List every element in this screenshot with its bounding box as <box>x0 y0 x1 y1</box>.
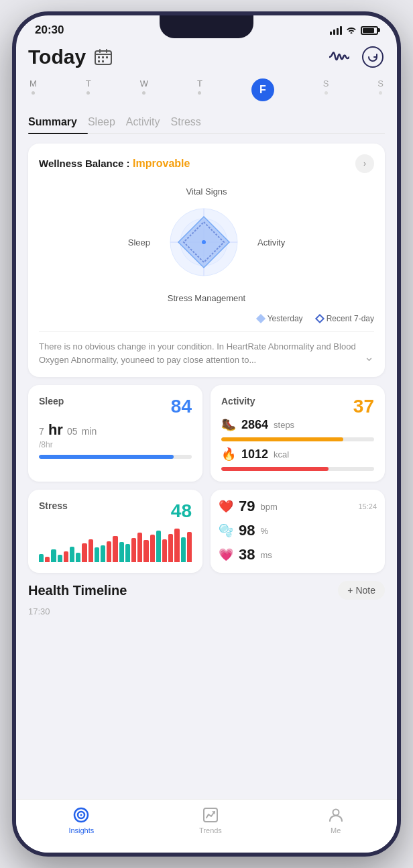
radar-left-label: Sleep <box>128 237 150 248</box>
recent-diamond <box>315 314 324 323</box>
bpm-value: 79 <box>239 498 255 515</box>
wellness-title: Wellness Balance : <box>39 158 130 169</box>
stress-bar <box>107 541 111 562</box>
activity-card: Activity 37 🥾 2864 steps 🔥 1012 kcal <box>211 385 385 482</box>
stress-bar <box>88 539 93 562</box>
steps-value: 2864 <box>241 418 268 432</box>
tab-stress[interactable]: Stress <box>171 111 212 133</box>
stress-bar <box>143 540 148 562</box>
header-actions <box>327 45 385 69</box>
svg-rect-1 <box>98 56 100 58</box>
me-label: Me <box>331 826 341 834</box>
signal-icon <box>330 25 342 35</box>
stress-heart-row: Stress 48 ❤️ 79 bpm 15:24 🫧 98 % <box>28 490 385 573</box>
wifi-icon <box>346 25 357 36</box>
svg-point-18 <box>333 810 339 816</box>
calories-progress-bar <box>221 467 374 471</box>
calendar-button[interactable] <box>91 45 115 69</box>
sleep-duration: 7 hr 05 min <box>39 421 192 439</box>
stress-bar <box>101 545 105 562</box>
bottom-nav: Insights Trends Me <box>16 799 397 853</box>
radar-middle: Sleep <box>128 202 285 282</box>
stress-bar <box>64 551 68 562</box>
radar-bottom-label: Stress Management <box>168 293 245 303</box>
stress-bar <box>39 554 44 563</box>
waveform-button[interactable] <box>327 45 351 69</box>
day-friday[interactable]: F <box>251 78 274 101</box>
stress-bar <box>150 535 155 562</box>
legend-recent: Recent 7-day <box>316 314 374 323</box>
nav-trends[interactable]: Trends <box>199 806 222 834</box>
sleep-activity-row: Sleep 84 7 hr 05 min /8hr Activity 37 <box>28 385 385 482</box>
stress-bar <box>187 532 192 562</box>
scroll-content[interactable]: Today <box>16 40 397 796</box>
spo2-row: 🫧 98 % <box>219 522 377 539</box>
hrv-value: 38 <box>239 546 255 563</box>
yesterday-diamond <box>256 314 266 323</box>
day-selector: M T W T F S S <box>28 76 385 111</box>
refresh-button[interactable] <box>361 45 385 69</box>
nav-insights[interactable]: Insights <box>68 806 94 834</box>
stress-chart <box>39 529 192 562</box>
wellness-expand-button[interactable]: › <box>355 154 374 173</box>
svg-point-16 <box>80 814 82 816</box>
main-tabs: Summary Sleep Activity Stress <box>28 111 385 134</box>
stress-bar <box>70 547 74 562</box>
svg-point-13 <box>202 240 206 244</box>
stress-bar <box>156 531 161 562</box>
svg-rect-2 <box>102 56 104 58</box>
steps-progress-fill <box>221 437 343 441</box>
calories-row: 🔥 1012 kcal <box>221 447 374 462</box>
day-sunday[interactable]: S <box>377 78 384 101</box>
svg-rect-4 <box>98 60 100 62</box>
stress-bar <box>168 534 173 562</box>
expand-text-button[interactable]: ⌄ <box>359 348 374 366</box>
stress-bar <box>174 529 179 562</box>
trends-icon <box>202 806 219 824</box>
calories-unit: kcal <box>274 449 289 459</box>
timeline-time: 17:30 <box>28 606 385 616</box>
stress-bar <box>131 538 136 562</box>
day-tuesday[interactable]: T <box>86 78 91 101</box>
status-icons <box>330 25 378 36</box>
hrv-unit: ms <box>260 550 272 560</box>
stress-bar <box>181 537 186 563</box>
sleep-progress-fill <box>39 455 174 459</box>
me-icon <box>327 806 345 824</box>
tab-summary[interactable]: Summary <box>28 111 88 133</box>
health-timeline-section: Health Timeline + Note 17:30 <box>28 581 385 627</box>
stress-bar <box>76 553 80 562</box>
wellness-title-area: Wellness Balance : Improvable <box>39 158 190 170</box>
hrv-icon: 💗 <box>219 547 233 562</box>
stress-title: Stress <box>39 500 68 511</box>
bpm-unit: bpm <box>260 502 277 512</box>
stress-bar <box>45 557 50 562</box>
page-title: Today <box>28 45 115 69</box>
tab-sleep[interactable]: Sleep <box>88 111 126 133</box>
insights-label: Insights <box>68 826 94 834</box>
heart-bpm-icon: ❤️ <box>219 499 233 514</box>
nav-me[interactable]: Me <box>327 806 345 834</box>
day-saturday[interactable]: S <box>323 78 329 101</box>
wellness-description: There is no obvious change in your condi… <box>39 331 374 366</box>
day-monday[interactable]: M <box>30 78 37 101</box>
spo2-unit: % <box>260 526 268 536</box>
hrv-row: 💗 38 ms <box>219 546 377 563</box>
calories-value: 1012 <box>241 447 268 462</box>
note-button[interactable]: + Note <box>338 581 385 600</box>
radar-chart: Vital Signs Sleep <box>39 181 374 309</box>
tab-activity[interactable]: Activity <box>126 111 171 133</box>
day-wednesday[interactable]: W <box>140 78 148 101</box>
stress-bar <box>58 555 62 562</box>
sleep-card: Sleep 84 7 hr 05 min /8hr <box>28 385 202 482</box>
activity-title: Activity <box>221 396 255 406</box>
insights-icon <box>72 806 90 824</box>
day-thursday[interactable]: T <box>197 78 202 101</box>
timeline-header: Health Timeline + Note <box>28 581 385 600</box>
stress-bar <box>113 536 117 562</box>
steps-icon: 🥾 <box>221 417 236 432</box>
radar-svg <box>164 202 244 282</box>
radar-top-label: Vital Signs <box>186 186 227 197</box>
title-text: Today <box>28 46 86 68</box>
heart-metrics-card: ❤️ 79 bpm 15:24 🫧 98 % 💗 38 ms <box>211 490 385 573</box>
